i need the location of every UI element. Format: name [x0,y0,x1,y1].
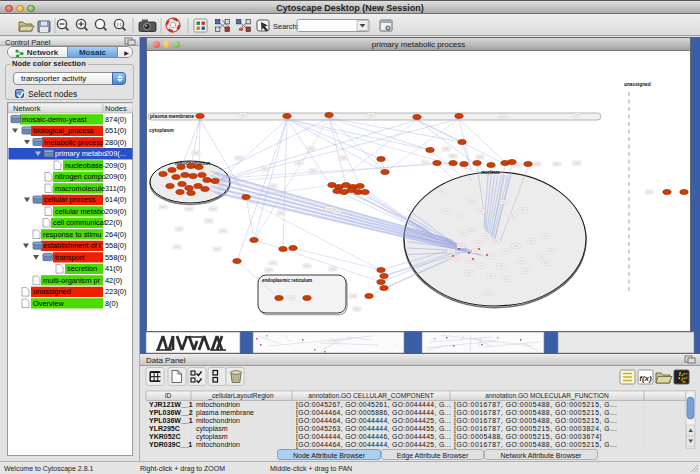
svg-text:annotation.GO CELLULAR_COMPONE: annotation.GO CELLULAR_COMPONENT [308,392,433,400]
svg-text:nucleobase-: nucleobase- [65,161,106,170]
svg-text:311(0): 311(0) [105,184,126,193]
svg-text:YKR052C: YKR052C [149,433,181,440]
svg-text:ID: ID [165,392,172,399]
svg-text:614(0): 614(0) [105,195,126,204]
svg-text:macromolecule: macromolecule [55,184,105,193]
svg-text:biological_process: biological_process [33,126,94,135]
svg-text:558(0): 558(0) [105,241,126,250]
svg-text:f(x): f(x) [639,374,652,383]
svg-text:primary metabo: primary metabo [55,149,106,158]
svg-text:mitochondrion: mitochondrion [196,441,240,448]
svg-text:establishment of l: establishment of l [43,241,101,250]
svg-text:nitrogen compo: nitrogen compo [55,172,106,181]
svg-text:multi-organism pr: multi-organism pr [43,276,101,285]
svg-text:endoplasmic reticulum: endoplasmic reticulum [262,278,312,283]
svg-text:[GO:0016787, GO:0005488, GO:00: [GO:0016787, GO:0005488, GO:0005215, G..… [454,409,618,417]
svg-text:plasma membrane: plasma membrane [150,113,194,119]
svg-text:_cellularLayoutRegion: _cellularLayoutRegion [207,392,274,400]
svg-text:[GO:0044464, GO:0005886, GO:00: [GO:0044464, GO:0005886, GO:0044444, G..… [296,409,451,417]
svg-text:874(0): 874(0) [105,115,126,124]
svg-text:YPL036W__2: YPL036W__2 [149,409,193,416]
svg-text:42(0): 42(0) [105,276,122,285]
svg-text:mosaic-demo-yeast: mosaic-demo-yeast [22,115,86,124]
svg-text:unassigned: unassigned [624,82,651,87]
svg-text:209(...: 209(... [105,149,126,158]
svg-text:[GO:0016787, GO:0005488, GO:00: [GO:0016787, GO:0005488, GO:0005215, G..… [454,401,618,409]
svg-text:nucleus: nucleus [481,169,500,175]
svg-text:[GO:0016787, GO:0005215, GO:00: [GO:0016787, GO:0005215, GO:0003824, G..… [454,425,618,433]
svg-text:264(0): 264(0) [105,230,126,239]
svg-text:Overview: Overview [33,299,64,308]
svg-text:YLR295C: YLR295C [149,425,180,432]
svg-text:mitochondrion: mitochondrion [196,401,240,408]
svg-text:YDR039C__1: YDR039C__1 [149,441,192,448]
svg-text:[GO:0005488, GO:0005215, GO:00: [GO:0005488, GO:0005215, GO:0003674] [454,433,602,441]
svg-text:unassigned: unassigned [33,287,71,296]
svg-text:metabolic process: metabolic process [44,138,104,147]
svg-text:558(0): 558(0) [105,253,126,262]
svg-text:cellular process: cellular process [44,195,96,204]
svg-text:[GO:0045263, GO:0044444, GO:00: [GO:0045263, GO:0044444, GO:0044455, G..… [296,425,451,433]
svg-text:22(0): 22(0) [105,218,122,227]
svg-text:cell communicat: cell communicat [53,218,106,227]
svg-text:YJR121W__1: YJR121W__1 [149,401,193,408]
svg-text:Network: Network [13,104,41,113]
svg-text:1:1: 1:1 [116,22,122,27]
svg-text:mitochondrion: mitochondrion [196,417,240,424]
svg-text:[GO:0016787, GO:0005488, GO:00: [GO:0016787, GO:0005488, GO:0005215, G..… [454,417,618,425]
svg-text:209(0): 209(0) [105,161,126,170]
svg-text:209(0): 209(0) [105,207,126,216]
svg-text:cytoplasm: cytoplasm [196,433,228,441]
svg-text:YPL036W__1: YPL036W__1 [149,417,193,424]
svg-text:8(0): 8(0) [105,299,118,308]
svg-text:[GO:0044464, GO:0044444, GO:00: [GO:0044464, GO:0044444, GO:0044425, G..… [296,417,451,425]
svg-text:Nodes: Nodes [105,104,127,113]
svg-text:cytoplasm: cytoplasm [196,425,228,433]
svg-text:41(0): 41(0) [105,264,122,273]
svg-text:cytoplasm: cytoplasm [149,127,174,133]
svg-text:secretion: secretion [67,264,97,273]
svg-text:plasma membrane: plasma membrane [196,409,254,417]
svg-text:[GO:0045267, GO:0045261, GO:00: [GO:0045267, GO:0045261, GO:0044444, G..… [296,401,451,409]
svg-text:[GO:0044444, GO:0044446, GO:00: [GO:0044444, GO:0044446, GO:0044445, G..… [296,433,451,441]
svg-text:transport: transport [55,253,84,262]
svg-text:cellular metabo: cellular metabo [55,207,105,216]
svg-text:209(0): 209(0) [105,172,126,181]
svg-text:651(0): 651(0) [105,126,126,135]
svg-text:223(0): 223(0) [105,287,126,296]
svg-text:response to stimu: response to stimu [43,230,101,239]
svg-text:280(0): 280(0) [105,138,126,147]
svg-text:annotation.GO MOLECULAR_FUNCTI: annotation.GO MOLECULAR_FUNCTION [485,392,609,400]
